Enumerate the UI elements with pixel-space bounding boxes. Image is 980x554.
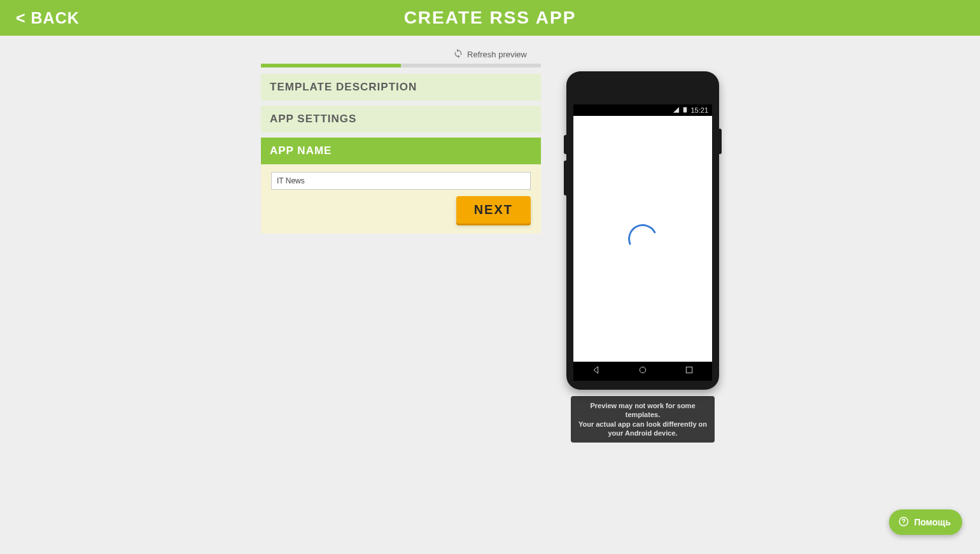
preview-panel: 15:21 Preview may not work for some temp… [566,64,719,443]
nav-back-icon [591,365,601,378]
svg-rect-2 [686,367,692,373]
form-panel: TEMPLATE DESCRIPTION APP SETTINGS APP NA… [261,64,541,443]
section-app-settings[interactable]: APP SETTINGS [261,106,541,132]
phone-screen [573,116,712,362]
svg-rect-0 [683,107,687,112]
page-title: CREATE RSS APP [0,8,980,28]
help-icon [898,516,909,529]
battery-icon [682,106,689,115]
nav-recent-icon [684,365,694,378]
phone-status-bar: 15:21 [573,104,712,116]
refresh-icon [453,48,463,60]
phone-time: 15:21 [690,106,708,114]
section-template-description[interactable]: TEMPLATE DESCRIPTION [261,74,541,101]
phone-mockup: 15:21 [566,71,719,390]
svg-point-4 [904,523,904,524]
progress-bar [261,64,541,67]
preview-note-line2: Your actual app can look differently on … [578,420,707,437]
svg-point-1 [640,367,645,373]
phone-nav-bar [573,362,712,381]
preview-note-line1: Preview may not work for some templates. [590,402,695,418]
loading-spinner-icon [624,220,662,258]
app-name-form: NEXT [261,164,541,234]
section-app-name[interactable]: APP NAME [261,138,541,164]
phone-side-button [564,135,566,154]
help-button[interactable]: Помощь [889,509,962,535]
refresh-label: Refresh preview [467,50,527,59]
back-button[interactable]: < BACK [16,9,80,27]
progress-fill [261,64,401,67]
signal-icon [673,106,680,115]
phone-side-button [564,160,566,195]
help-label: Помощь [914,517,951,527]
nav-home-icon [638,365,648,378]
refresh-preview-link[interactable]: Refresh preview [453,48,527,60]
phone-power-button [719,129,722,154]
preview-note: Preview may not work for some templates.… [571,396,715,443]
next-button[interactable]: NEXT [456,196,531,224]
app-name-input[interactable] [271,172,531,190]
app-header: < BACK CREATE RSS APP [0,0,980,36]
